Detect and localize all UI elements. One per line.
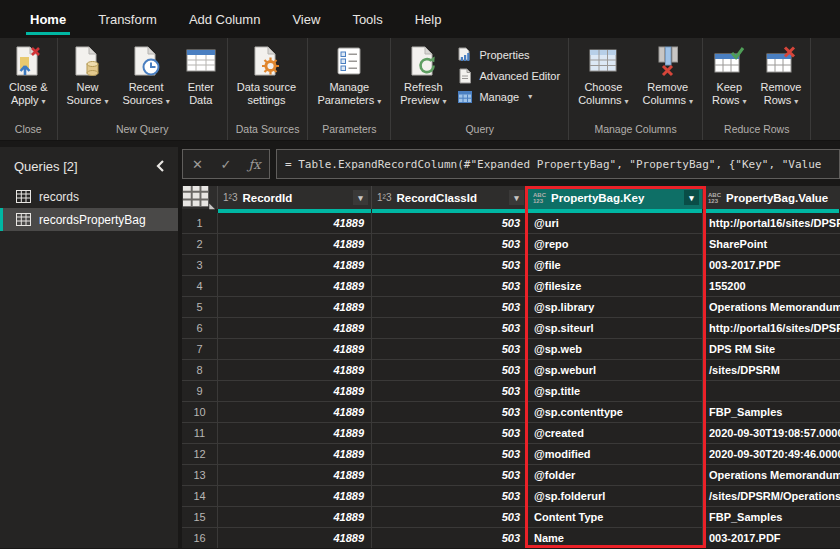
cell-value[interactable]: 2020-09-30T19:08:57.00000 xyxy=(703,423,840,443)
cell-record-id[interactable]: 41889 xyxy=(218,234,372,254)
cell-value[interactable]: DPS RM Site xyxy=(703,339,840,359)
cell-record-class-id[interactable]: 503 xyxy=(372,528,528,548)
row-number[interactable]: 13 xyxy=(182,465,218,485)
cell-key[interactable]: @uri xyxy=(528,213,703,233)
row-number[interactable]: 2 xyxy=(182,234,218,254)
cell-record-id[interactable]: 41889 xyxy=(218,402,372,422)
row-number[interactable]: 4 xyxy=(182,276,218,296)
row-number[interactable]: 14 xyxy=(182,486,218,506)
query-item-recordspropertybag[interactable]: recordsPropertyBag xyxy=(0,208,178,231)
close-apply-button[interactable]: Close &Apply▾ xyxy=(2,40,55,120)
cell-value[interactable]: 155200 xyxy=(703,276,840,296)
cell-key[interactable]: @created xyxy=(528,423,703,443)
cell-key[interactable]: Name xyxy=(528,528,703,548)
cell-record-id[interactable]: 41889 xyxy=(218,444,372,464)
cell-record-class-id[interactable]: 503 xyxy=(372,360,528,380)
row-number[interactable]: 9 xyxy=(182,381,218,401)
query-item-records[interactable]: records xyxy=(0,185,178,208)
column-header-propertybag-key[interactable]: ABC123PropertyBag.Key▾ xyxy=(528,186,703,209)
menu-tab-help[interactable]: Help xyxy=(399,0,458,38)
cell-record-class-id[interactable]: 503 xyxy=(372,402,528,422)
cell-record-id[interactable]: 41889 xyxy=(218,507,372,527)
row-number[interactable]: 7 xyxy=(182,339,218,359)
row-number[interactable]: 12 xyxy=(182,444,218,464)
cell-record-class-id[interactable]: 503 xyxy=(372,234,528,254)
cell-value[interactable]: FBP_Samples xyxy=(703,402,840,422)
cell-key[interactable]: @folder xyxy=(528,465,703,485)
row-number[interactable]: 16 xyxy=(182,528,218,548)
cell-key[interactable]: @repo xyxy=(528,234,703,254)
row-number[interactable]: 8 xyxy=(182,360,218,380)
cell-value[interactable]: SharePoint xyxy=(703,234,840,254)
filter-dropdown-icon[interactable]: ▾ xyxy=(353,190,368,205)
row-number[interactable]: 6 xyxy=(182,318,218,338)
filter-dropdown-icon[interactable]: ▾ xyxy=(509,190,524,205)
cell-key[interactable]: @sp.title xyxy=(528,381,703,401)
cell-value[interactable]: http://portal16/sites/DPSRM xyxy=(703,318,840,338)
cell-record-id[interactable]: 41889 xyxy=(218,255,372,275)
cell-record-class-id[interactable]: 503 xyxy=(372,507,528,527)
cell-key[interactable]: Content Type xyxy=(528,507,703,527)
menu-tab-transform[interactable]: Transform xyxy=(82,0,173,38)
filter-dropdown-icon[interactable]: ▾ xyxy=(684,190,699,205)
cell-value[interactable]: http://portal16/sites/DPSRM xyxy=(703,213,840,233)
cell-record-id[interactable]: 41889 xyxy=(218,360,372,380)
cell-record-class-id[interactable]: 503 xyxy=(372,297,528,317)
cell-record-class-id[interactable]: 503 xyxy=(372,423,528,443)
column-header-propertybag-value[interactable]: ABC123PropertyBag.Value xyxy=(703,186,840,209)
commit-formula-icon[interactable]: ✓ xyxy=(215,157,237,172)
collapse-pane-icon[interactable] xyxy=(152,158,168,174)
menu-tab-add-column[interactable]: Add Column xyxy=(173,0,277,38)
cell-key[interactable]: @sp.web xyxy=(528,339,703,359)
cell-value[interactable]: 003-2017.PDF xyxy=(703,255,840,275)
cell-key[interactable]: @sp.contenttype xyxy=(528,402,703,422)
row-number[interactable]: 15 xyxy=(182,507,218,527)
cell-key[interactable]: @file xyxy=(528,255,703,275)
formula-input[interactable]: = Table.ExpandRecordColumn(#"Expanded Pr… xyxy=(276,149,840,179)
choose-columns-button[interactable]: ChooseColumns▾ xyxy=(571,40,635,120)
menu-tab-view[interactable]: View xyxy=(276,0,336,38)
properties-button[interactable]: Properties xyxy=(457,46,560,63)
cell-record-class-id[interactable]: 503 xyxy=(372,486,528,506)
cell-record-id[interactable]: 41889 xyxy=(218,213,372,233)
cell-record-id[interactable]: 41889 xyxy=(218,465,372,485)
cell-record-class-id[interactable]: 503 xyxy=(372,381,528,401)
remove-rows-button[interactable]: RemoveRows▾ xyxy=(754,40,809,120)
manage-button[interactable]: Manage▾ xyxy=(457,88,560,105)
menu-tab-home[interactable]: Home xyxy=(14,0,82,38)
remove-columns-button[interactable]: RemoveColumns▾ xyxy=(636,40,700,120)
cell-record-class-id[interactable]: 503 xyxy=(372,339,528,359)
cell-value[interactable]: Operations Memorandums xyxy=(703,465,840,485)
advanced-editor-button[interactable]: Advanced Editor xyxy=(457,67,560,84)
menu-tab-tools[interactable]: Tools xyxy=(336,0,398,38)
cell-record-class-id[interactable]: 503 xyxy=(372,276,528,296)
fx-add-step-icon[interactable]: ƒx xyxy=(244,157,266,172)
column-header-recordclassid[interactable]: 1²3RecordClassId▾ xyxy=(372,186,528,209)
cell-record-id[interactable]: 41889 xyxy=(218,486,372,506)
cell-record-class-id[interactable]: 503 xyxy=(372,465,528,485)
cell-value[interactable] xyxy=(703,381,840,401)
cell-record-id[interactable]: 41889 xyxy=(218,276,372,296)
cell-record-id[interactable]: 41889 xyxy=(218,339,372,359)
data-source-settings-button[interactable]: Data sourcesettings xyxy=(230,40,303,120)
row-number[interactable]: 3 xyxy=(182,255,218,275)
recent-sources-button[interactable]: RecentSources▾ xyxy=(115,40,176,120)
cell-value[interactable]: 003-2017.PDF xyxy=(703,528,840,548)
row-number[interactable]: 5 xyxy=(182,297,218,317)
cell-value[interactable]: Operations Memorandums xyxy=(703,297,840,317)
cell-value[interactable]: 2020-09-30T20:49:46.00000 xyxy=(703,444,840,464)
cell-key[interactable]: @sp.folderurl xyxy=(528,486,703,506)
row-number[interactable]: 10 xyxy=(182,402,218,422)
enter-data-button[interactable]: EnterData xyxy=(177,40,225,120)
row-number[interactable]: 11 xyxy=(182,423,218,443)
cell-key[interactable]: @sp.siteurl xyxy=(528,318,703,338)
cell-record-class-id[interactable]: 503 xyxy=(372,444,528,464)
cell-record-id[interactable]: 41889 xyxy=(218,381,372,401)
cell-value[interactable]: /sites/DPSRM/Operations M xyxy=(703,486,840,506)
cell-record-id[interactable]: 41889 xyxy=(218,423,372,443)
cancel-formula-icon[interactable]: ✕ xyxy=(186,157,208,172)
cell-key[interactable]: @modified xyxy=(528,444,703,464)
cell-record-id[interactable]: 41889 xyxy=(218,297,372,317)
column-header-recordid[interactable]: 1²3RecordId▾ xyxy=(218,186,372,209)
cell-value[interactable]: /sites/DPSRM xyxy=(703,360,840,380)
